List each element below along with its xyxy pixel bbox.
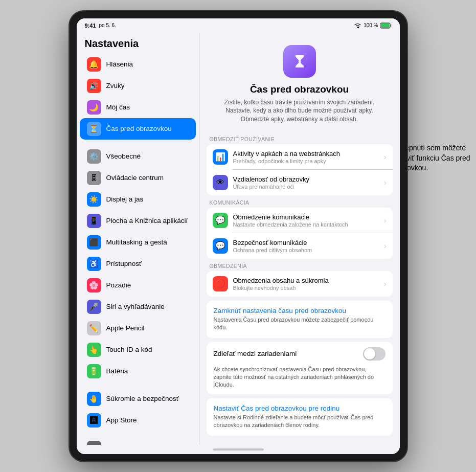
sidebar-divider [77, 140, 199, 146]
sidebar-item-app-store[interactable]: 🅰App Store [80, 410, 196, 431]
card-row-title-vzdialenost: Vzdialenosť od obrazovky [233, 175, 379, 183]
status-right-icons: 100 % [354, 23, 391, 29]
sidebar-item-sukromie[interactable]: 🤚Súkromie a bezpečnosť [80, 388, 196, 410]
sidebar-item-bateria[interactable]: 🔋Batéria [80, 361, 196, 382]
sidebar-item-label-multitasking: Multitasking a gestá [106, 238, 167, 246]
content-area: Čas pred obrazovkou Zistite, koľko času … [199, 33, 400, 445]
card-row-icon-obsah-sukromie: 🚫 [213, 276, 228, 291]
card-row-title-bezpecnost-kom: Bezpečnosť komunikácie [233, 239, 379, 246]
sidebar-item-label-plocha: Plocha a Knižnica aplikácií [106, 217, 188, 224]
sidebar-item-icon-displej: ☀️ [87, 192, 101, 207]
sidebar-title: Nastavenia [77, 33, 199, 54]
sidebar-item-label-cas-pred: Čas pred obrazovkou [106, 125, 172, 132]
share-desc: Ak chcete synchronizovať nastavenia Času… [207, 366, 393, 394]
ipad-device: 9:41 po 5. 6. 100 % [70, 11, 407, 461]
sidebar-item-label-app-store: App Store [106, 416, 137, 424]
screen: 9:41 po 5. 6. 100 % [77, 18, 400, 454]
sidebar-item-zvuky[interactable]: 🔊Zvuky [80, 75, 196, 97]
sidebar-item-icon-app-store: 🅰 [87, 413, 101, 428]
sidebar-items: 🔔Hlásenia🔊Zvuky🌙Môj čas⏳Čas pred obrazov… [77, 54, 199, 445]
status-bar: 9:41 po 5. 6. 100 % [77, 18, 400, 33]
lock-section: Zamknúť nastavenia času pred obrazovkou … [207, 301, 393, 338]
card-row-text-bezpecnost-kom: Bezpečnosť komunikácieOchrana pred citli… [233, 239, 379, 253]
sidebar-item-icon-hlas: 🔔 [87, 57, 101, 72]
sidebar-item-cas-pred[interactable]: ⏳Čas pred obrazovkou [80, 118, 196, 140]
card-row-subtitle-obmedzenie-kom: Nastavte obmedzenia založené na kontakto… [233, 221, 379, 228]
main-layout: Nastavenia 🔔Hlásenia🔊Zvuky🌙Môj čas⏳Čas p… [77, 33, 400, 445]
sidebar-item-hlas[interactable]: 🔔Hlásenia [80, 54, 196, 75]
family-link[interactable]: Nastaviť Čas pred obrazovkou pre rodinu [214, 404, 386, 412]
content-description: Zistite, koľko času trávite používaním s… [223, 98, 376, 124]
sidebar-item-moj-cas[interactable]: 🌙Môj čas [80, 97, 196, 118]
content-header: Čas pred obrazovkou Zistite, koľko času … [199, 33, 400, 132]
card-row-title-obmedzenie-kom: Obmedzenie komunikácie [233, 213, 379, 221]
card-obmedzenia: 🚫Obmedzenia obsahu a súkromiaBlokujte ne… [207, 271, 393, 297]
family-desc: Nastavte si Rodinné zdieľanie a budete m… [214, 414, 386, 430]
lock-link[interactable]: Zamknúť nastavenia času pred obrazovkou [214, 307, 386, 314]
status-time: 9:41 [85, 23, 96, 29]
card-row-icon-vzdialenost: 👁 [213, 175, 228, 190]
lock-desc: Nastavenia Času pred obrazovkou môžete z… [214, 316, 386, 332]
section-komunikacia: KOMUNIKÁCIA💬Obmedzenie komunikácieNastav… [207, 199, 393, 259]
sidebar-item-pristupnost[interactable]: ♿Prístupnosť [80, 253, 196, 275]
card-row-subtitle-obsah-sukromie: Blokujte nevhodný obsah [233, 285, 379, 291]
card-row-obsah-sukromie[interactable]: 🚫Obmedzenia obsahu a súkromiaBlokujte ne… [207, 271, 393, 297]
sidebar-item-pozadie[interactable]: 🌸Pozadie [80, 275, 196, 296]
content-title: Čas pred obrazovkou [210, 84, 390, 95]
share-toggle[interactable] [363, 347, 386, 361]
content-main-icon [283, 45, 316, 78]
card-row-icon-obmedzenie-kom: 💬 [213, 213, 228, 228]
sidebar-item-icon-ovladacie: 🎛 [87, 171, 101, 185]
share-section: Zdieľať medzi zariadeniami Ak chcete syn… [207, 342, 393, 394]
sidebar: Nastavenia 🔔Hlásenia🔊Zvuky🌙Môj čas⏳Čas p… [77, 33, 199, 445]
sidebar-item-label-hlas: Hlásenia [106, 60, 133, 68]
card-row-obmedzenie-kom[interactable]: 💬Obmedzenie komunikácieNastavte obmedzen… [207, 208, 393, 233]
sidebar-item-vseobecne[interactable]: ⚙️Všeobecné [80, 146, 196, 167]
card-row-subtitle-bezpecnost-kom: Ochrana pred citlivým obsahom [233, 247, 379, 253]
sidebar-item-icon-plocha: 📱 [87, 214, 101, 228]
card-row-text-vzdialenost: Vzdialenosť od obrazovkyÚľava pre namáha… [233, 175, 379, 190]
sidebar-item-label-displej: Displej a jas [106, 195, 144, 203]
card-row-chevron-bezpecnost-kom: › [384, 242, 387, 250]
card-komunikacia: 💬Obmedzenie komunikácieNastavte obmedzen… [207, 208, 393, 259]
sidebar-item-ovladacie[interactable]: 🎛Ovládacie centrum [80, 167, 196, 189]
share-label: Zdieľať medzi zariadeniami [214, 350, 297, 357]
card-row-vzdialenost[interactable]: 👁Vzdialenosť od obrazovkyÚľava pre namáh… [207, 170, 393, 195]
sidebar-item-apple-pencil[interactable]: ✏️Apple Pencil [80, 318, 196, 339]
sidebar-item-icon-bateria: 🔋 [87, 364, 101, 378]
card-row-subtitle-aktivity: Prehľady, odpočinok a limity pre apky [233, 158, 379, 164]
home-indicator [77, 445, 400, 454]
sidebar-item-touch-id[interactable]: 👆Touch ID a kód [80, 339, 196, 361]
sidebar-item-icon-penazenka: 💳 [87, 441, 101, 445]
section-label-obmedzenia: OBMEDZENIA [207, 263, 393, 271]
sidebar-item-label-vseobecne: Všeobecné [106, 152, 141, 160]
sidebar-item-displej[interactable]: ☀️Displej a jas [80, 189, 196, 210]
sidebar-item-siri[interactable]: 🎤Siri a vyhľadávanie [80, 296, 196, 318]
sidebar-item-icon-pozadie: 🌸 [87, 278, 101, 293]
wifi-icon [354, 23, 361, 29]
card-row-bezpecnost-kom[interactable]: 💬Bezpečnosť komunikácieOchrana pred citl… [207, 233, 393, 259]
battery-text: 100 % [364, 23, 378, 28]
sidebar-item-penazenka[interactable]: 💳Peňaženka a Apple Pay [80, 437, 196, 445]
sidebar-item-icon-sukromie: 🤚 [87, 392, 101, 406]
sidebar-item-icon-touch-id: 👆 [87, 343, 101, 357]
card-row-icon-bezpecnost-kom: 💬 [213, 238, 228, 254]
card-row-aktivity[interactable]: 📊Aktivity v apkách a na webstránkachPreh… [207, 144, 393, 170]
card-row-chevron-obmedzenie-kom: › [384, 216, 387, 224]
sidebar-item-icon-apple-pencil: ✏️ [87, 321, 101, 335]
sidebar-item-icon-cas-pred: ⏳ [87, 122, 101, 136]
sidebar-item-icon-multitasking: ⬛ [87, 235, 101, 250]
sidebar-item-label-apple-pencil: Apple Pencil [106, 324, 145, 332]
section-obmedzenia: OBMEDZENIA🚫Obmedzenia obsahu a súkromiaB… [207, 263, 393, 297]
sidebar-item-label-siri: Siri a vyhľadávanie [106, 303, 165, 310]
share-toggle-row: Zdieľať medzi zariadeniami [207, 342, 393, 366]
card-row-icon-aktivity: 📊 [213, 149, 228, 165]
sidebar-item-icon-moj-cas: 🌙 [87, 100, 101, 115]
sidebar-item-label-ovladacie: Ovládacie centrum [106, 174, 164, 182]
section-label-komunikacia: KOMUNIKÁCIA [207, 199, 393, 208]
card-obmedzit: 📊Aktivity v apkách a na webstránkachPreh… [207, 144, 393, 195]
sidebar-item-multitasking[interactable]: ⬛Multitasking a gestá [80, 232, 196, 253]
sidebar-item-plocha[interactable]: 📱Plocha a Knižnica aplikácií [80, 210, 196, 232]
sidebar-item-label-pristupnost: Prístupnosť [106, 260, 142, 267]
sidebar-item-label-sukromie: Súkromie a bezpečnosť [106, 395, 179, 402]
